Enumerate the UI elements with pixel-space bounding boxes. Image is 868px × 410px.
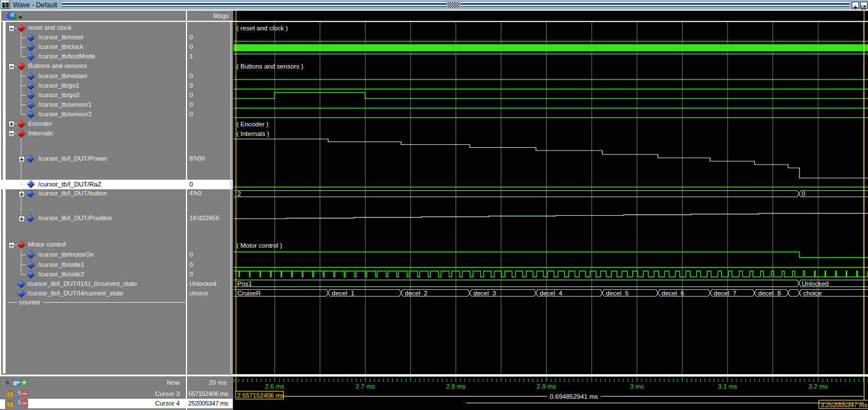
- svg-text:decel_6: decel_6: [662, 290, 684, 297]
- svg-text:choice: choice: [803, 290, 822, 297]
- svg-text:3.2 ms: 3.2 ms: [808, 383, 828, 390]
- svg-text:0.694852941 ms: 0.694852941 ms: [550, 393, 598, 400]
- svg-text:0: 0: [802, 190, 805, 197]
- svg-text:decel_7: decel_7: [714, 290, 737, 297]
- svg-text:3.1 ms: 3.1 ms: [718, 383, 738, 390]
- svg-text:2: 2: [238, 190, 241, 197]
- svg-text:decel_2: decel_2: [405, 290, 428, 297]
- svg-text:decel_1: decel_1: [332, 290, 355, 297]
- svg-text:Pos1: Pos1: [238, 280, 252, 287]
- svg-text:Unlocked: Unlocked: [802, 280, 829, 287]
- svg-text:3 ms: 3 ms: [630, 383, 644, 390]
- svg-text:3.252005347 ms: 3.252005347 ms: [821, 402, 868, 408]
- svg-text:( Buttons and sensors ): ( Buttons and sensors ): [237, 63, 303, 70]
- svg-text:CruiseR: CruiseR: [238, 290, 261, 297]
- svg-text:2.7 ms: 2.7 ms: [356, 383, 375, 390]
- svg-text:( Internals ): ( Internals ): [237, 130, 269, 137]
- svg-text:decel_3: decel_3: [474, 290, 496, 297]
- svg-text:2.6 ms: 2.6 ms: [265, 383, 285, 390]
- svg-text:2.8 ms: 2.8 ms: [446, 383, 466, 390]
- svg-text:( reset and clock ): ( reset and clock ): [237, 25, 288, 31]
- svg-text:decel_5: decel_5: [606, 290, 629, 297]
- svg-text:2.9 ms: 2.9 ms: [537, 383, 556, 390]
- svg-text:2.557152406 ms: 2.557152406 ms: [237, 392, 284, 399]
- svg-text:( Motor control ): ( Motor control ): [237, 242, 282, 249]
- svg-text:decel_8: decel_8: [758, 290, 781, 297]
- svg-text:( Encoder ): ( Encoder ): [237, 121, 269, 127]
- svg-text:decel_4: decel_4: [540, 290, 563, 297]
